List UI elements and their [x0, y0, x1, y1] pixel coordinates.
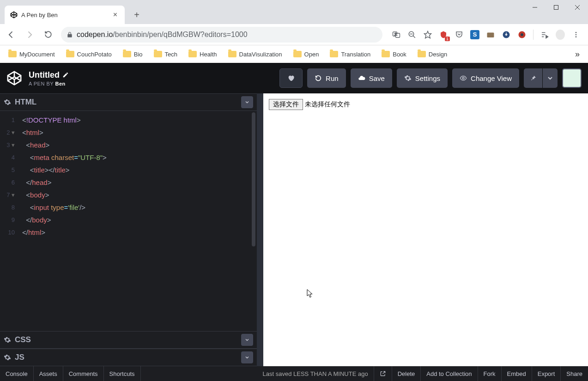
byline-prefix: A PEN BY	[29, 81, 55, 86]
codepen-footer: ConsoleAssetsCommentsShortcuts Last save…	[0, 366, 588, 381]
file-status-text: 未选择任何文件	[305, 100, 350, 109]
ext-folder-icon[interactable]	[486, 30, 495, 39]
bookmark-item[interactable]: DataVisulization	[224, 49, 286, 60]
pin-button-group	[524, 68, 558, 88]
footer-item-add-to-collection[interactable]: Add to Collection	[420, 366, 477, 381]
bookmark-item[interactable]: Health	[185, 49, 221, 60]
url-host: codepen.io	[77, 31, 113, 39]
toolbar-icons: 文 1 S	[388, 30, 584, 40]
address-bar[interactable]: codepen.io/benbinbin/pen/qBdMGBW?editors…	[61, 27, 382, 43]
bookmark-item[interactable]: Bio	[119, 49, 146, 60]
bookmark-item[interactable]: Open	[290, 49, 323, 60]
run-button[interactable]: Run	[307, 68, 346, 88]
pocket-icon[interactable]	[455, 30, 464, 39]
back-button[interactable]	[4, 27, 18, 42]
svg-rect-4	[554, 6, 558, 10]
folder-icon	[123, 51, 131, 57]
divider	[533, 30, 533, 40]
cloud-icon	[358, 74, 365, 82]
footer-item-share[interactable]: Share	[560, 366, 588, 381]
codepen-body: HTML 12 ▾3 ▾4567 ▾8910 <!DOCTYPE html> <…	[0, 93, 588, 366]
browser-tab[interactable]: A Pen by Ben ×	[5, 6, 125, 24]
shield-badge-icon[interactable]: 1	[439, 30, 448, 39]
url-path: /benbinbin/pen/qBdMGBW?editors=1000	[113, 31, 247, 39]
folder-icon	[418, 51, 426, 57]
bookmark-item[interactable]: Design	[414, 49, 451, 60]
bookmark-overflow-icon[interactable]: »	[571, 48, 583, 61]
browser-nav-bar: codepen.io/benbinbin/pen/qBdMGBW?editors…	[0, 24, 588, 45]
window-maximize-icon[interactable]	[546, 0, 567, 15]
chrome-menu-icon[interactable]	[571, 30, 581, 39]
gear-icon[interactable]	[4, 336, 11, 344]
settings-button[interactable]: Settings	[397, 68, 448, 88]
gear-icon[interactable]	[4, 98, 11, 106]
footer-item-embed[interactable]: Embed	[501, 366, 532, 381]
footer-item-delete[interactable]: Delete	[392, 366, 421, 381]
bookmark-item[interactable]: Book	[378, 49, 410, 60]
footer-right: Last saved LESS THAN A MINUTE ago Delete…	[257, 366, 588, 381]
window-minimize-icon[interactable]	[524, 0, 546, 15]
footer-item-console[interactable]: Console	[0, 366, 34, 381]
preview-pane: 选择文件 未选择任何文件	[263, 93, 588, 366]
window-close-icon[interactable]	[567, 0, 588, 15]
footer-item-comments[interactable]: Comments	[63, 366, 104, 381]
media-icon[interactable]	[540, 30, 549, 39]
gear-icon[interactable]	[4, 354, 11, 361]
edit-icon[interactable]	[62, 72, 69, 78]
heart-icon	[287, 74, 295, 82]
file-input[interactable]: 选择文件 未选择任何文件	[269, 99, 582, 110]
folder-icon	[154, 51, 162, 57]
editor-column: HTML 12 ▾3 ▾4567 ▾8910 <!DOCTYPE html> <…	[0, 93, 263, 366]
eye-icon	[460, 74, 467, 82]
footer-item-export[interactable]: Export	[532, 366, 561, 381]
js-panel-title: JS	[15, 353, 241, 362]
codepen-logo-icon[interactable]	[6, 70, 22, 86]
file-choose-button[interactable]: 选择文件	[269, 99, 303, 110]
reload-button[interactable]	[41, 27, 55, 42]
change-view-button[interactable]: Change View	[452, 68, 519, 88]
reload-icon	[315, 74, 322, 82]
ext-download-icon[interactable]	[502, 30, 511, 39]
byline-author[interactable]: Ben	[55, 81, 66, 86]
forward-button[interactable]	[22, 27, 37, 42]
bookmark-item[interactable]: Translation	[326, 49, 374, 60]
folder-icon	[293, 51, 302, 57]
codepen-favicon	[10, 11, 18, 18]
zoom-out-icon[interactable]	[407, 30, 417, 39]
scrollbar-thumb[interactable]	[252, 112, 255, 246]
js-panel-header[interactable]: JS	[0, 349, 257, 366]
bookmark-item[interactable]: Tech	[150, 49, 181, 60]
panel-options-button[interactable]	[241, 96, 253, 108]
new-tab-button[interactable]: +	[130, 8, 143, 21]
user-avatar[interactable]	[562, 68, 582, 88]
panel-options-button[interactable]	[241, 334, 253, 346]
svg-point-17	[521, 33, 523, 36]
folder-icon	[382, 51, 390, 57]
gear-icon	[404, 74, 412, 82]
heart-button[interactable]	[279, 68, 303, 88]
footer-item-fork[interactable]: Fork	[478, 366, 501, 381]
ext-s-icon[interactable]: S	[470, 30, 479, 39]
pin-dropdown-button[interactable]	[542, 68, 558, 88]
html-panel-header: HTML	[0, 93, 257, 111]
ext-record-icon[interactable]	[517, 30, 527, 39]
footer-item-assets[interactable]: Assets	[34, 366, 63, 381]
chevron-down-icon	[244, 99, 250, 105]
profile-avatar-icon[interactable]	[556, 30, 565, 39]
tab-close-icon[interactable]: ×	[111, 11, 119, 19]
open-external-button[interactable]	[374, 366, 392, 381]
translate-icon[interactable]: 文	[392, 30, 401, 39]
bookmark-item[interactable]: MyDocument	[5, 49, 59, 60]
star-icon[interactable]	[423, 30, 432, 39]
folder-icon	[228, 51, 236, 57]
save-button[interactable]: Save	[351, 68, 392, 88]
pin-button[interactable]	[524, 68, 542, 88]
css-panel-header[interactable]: CSS	[0, 331, 257, 349]
svg-line-12	[413, 36, 415, 38]
pen-title[interactable]: Untitled	[29, 70, 60, 80]
tab-title: A Pen by Ben	[21, 12, 111, 18]
bookmark-item[interactable]: CouchPotato	[62, 49, 115, 60]
panel-options-button[interactable]	[241, 351, 253, 363]
footer-item-shortcuts[interactable]: Shortcuts	[104, 366, 141, 381]
html-code-editor[interactable]: 12 ▾3 ▾4567 ▾8910 <!DOCTYPE html> <html>…	[0, 111, 257, 331]
